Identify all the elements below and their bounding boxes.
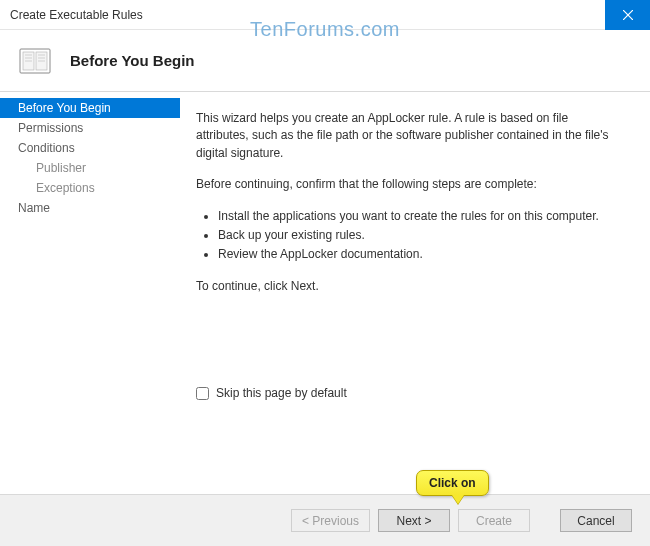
wizard-footer: < Previous Next > Create Cancel [0, 494, 650, 546]
step-item: Back up your existing rules. [218, 227, 620, 244]
document-icon [18, 44, 52, 78]
step-item: Install the applications you want to cre… [218, 208, 620, 225]
nav-item-exceptions[interactable]: Exceptions [0, 178, 180, 198]
intro-text: This wizard helps you create an AppLocke… [196, 110, 620, 162]
skip-checkbox[interactable] [196, 387, 209, 400]
wizard-content: This wizard helps you create an AppLocke… [180, 92, 650, 494]
nav-item-name[interactable]: Name [0, 198, 180, 218]
wizard-body: Before You BeginPermissionsConditionsPub… [0, 92, 650, 494]
nav-item-conditions[interactable]: Conditions [0, 138, 180, 158]
next-button[interactable]: Next > [378, 509, 450, 532]
step-item: Review the AppLocker documentation. [218, 246, 620, 263]
nav-item-before-you-begin[interactable]: Before You Begin [0, 98, 180, 118]
skip-label: Skip this page by default [216, 385, 347, 402]
nav-item-publisher[interactable]: Publisher [0, 158, 180, 178]
close-button[interactable] [605, 0, 650, 30]
wizard-header: Before You Begin [0, 30, 650, 92]
create-button: Create [458, 509, 530, 532]
steps-list: Install the applications you want to cre… [218, 208, 620, 264]
nav-item-permissions[interactable]: Permissions [0, 118, 180, 138]
skip-checkbox-row[interactable]: Skip this page by default [196, 385, 620, 402]
close-icon [623, 10, 633, 20]
page-title: Before You Begin [70, 52, 194, 69]
wizard-nav: Before You BeginPermissionsConditionsPub… [0, 92, 180, 494]
callout-annotation: Click on [416, 470, 489, 496]
previous-button: < Previous [291, 509, 370, 532]
window-title: Create Executable Rules [10, 8, 143, 22]
continue-text: To continue, click Next. [196, 278, 620, 295]
cancel-button[interactable]: Cancel [560, 509, 632, 532]
title-bar: Create Executable Rules [0, 0, 650, 30]
confirm-text: Before continuing, confirm that the foll… [196, 176, 620, 193]
